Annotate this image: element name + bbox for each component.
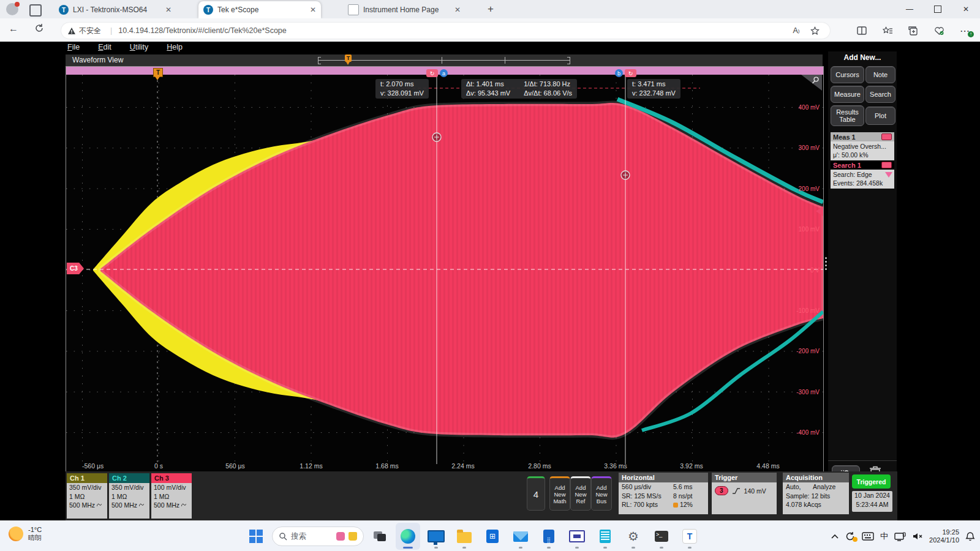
- panel-splitter-handle[interactable]: [824, 257, 827, 271]
- channel1-header: Ch 1: [67, 473, 107, 483]
- add-new-bus-button[interactable]: AddNewBus: [591, 476, 612, 511]
- add-new-math-button[interactable]: AddNewMath: [549, 476, 570, 511]
- taskbar-tekscope-button[interactable]: T: [677, 523, 702, 550]
- channel3-header: Ch 3: [151, 473, 192, 483]
- taskbar-clock[interactable]: 19:25 2024/1/10: [929, 528, 959, 544]
- split-screen-icon[interactable]: [853, 23, 871, 39]
- favorites-list-icon[interactable]: [878, 23, 897, 39]
- cursor-a-link-badge[interactable]: ↻: [426, 69, 438, 77]
- trigger-position-marker[interactable]: T: [153, 68, 163, 77]
- taskbar-file-explorer-button[interactable]: [452, 523, 477, 550]
- search1-badge[interactable]: Search 1 Search: Edge Events: 284.458k: [831, 160, 894, 189]
- channel1-badge[interactable]: Ch 1 350 mV/div 1 MΩ 500 MHz: [67, 473, 107, 519]
- cursor-b-badge[interactable]: b: [615, 69, 623, 77]
- waveform-view-tab[interactable]: Waveform View: [72, 56, 123, 64]
- cursor-b-link-badge[interactable]: ↻: [625, 69, 636, 77]
- add-plot-button[interactable]: Plot: [865, 107, 895, 125]
- trigger-badge[interactable]: Trigger 3 140 mV: [712, 473, 777, 514]
- trigger-header: Trigger: [712, 473, 777, 482]
- calculator-icon: ⣿: [543, 530, 554, 543]
- browser-tab-lxi[interactable]: T LXI - Tektronix-MSO64 ✕: [54, 1, 176, 18]
- add-search-button[interactable]: Search: [865, 86, 895, 103]
- tab-close-icon[interactable]: ✕: [310, 6, 316, 14]
- minimize-button[interactable]: —: [895, 0, 924, 18]
- sync-update-icon[interactable]: [845, 531, 856, 541]
- taskbar-search-box[interactable]: 搜索: [272, 527, 364, 546]
- channel2-badge[interactable]: Ch 2 350 mV/div 1 MΩ 500 MHz: [109, 473, 149, 519]
- terminal-icon: >_: [655, 531, 668, 542]
- record-view-ruler[interactable]: T: [318, 54, 570, 66]
- channel3-bandwidth: 500 MHz: [154, 501, 179, 509]
- new-tab-button[interactable]: +: [488, 4, 494, 14]
- taskbar-mail-button[interactable]: [508, 523, 533, 550]
- taskbar-presentation-button[interactable]: [565, 523, 589, 550]
- add-new-ref-button[interactable]: AddNewRef: [570, 476, 591, 511]
- back-button[interactable]: ←: [9, 23, 18, 34]
- touch-keyboard-icon[interactable]: [862, 532, 874, 541]
- browser-tab-home[interactable]: Instrument Home Page ✕: [343, 1, 466, 18]
- close-button[interactable]: ✕: [952, 0, 980, 18]
- tray-overflow-chevron-icon[interactable]: [831, 534, 839, 539]
- volume-muted-icon[interactable]: [912, 532, 923, 541]
- taskbar-settings-button[interactable]: ⚙: [621, 523, 646, 550]
- taskbar-store-button[interactable]: ⊞: [480, 523, 505, 550]
- menu-utility[interactable]: Utility: [130, 43, 149, 51]
- taskbar-display-app-button[interactable]: [424, 523, 448, 550]
- waveform-display[interactable]: 400 mV300 mV200 mV100 mV0 V-100 mV-200 m…: [66, 66, 824, 473]
- search1-title: Search 1: [833, 162, 861, 169]
- svg-text:-400 mV: -400 mV: [796, 429, 820, 436]
- taskbar-weather-widget[interactable]: -1°C 晴朗: [9, 526, 42, 542]
- date-label: 10 Jan 2024: [852, 491, 892, 500]
- windows-logo-icon: [249, 530, 263, 543]
- screen: T LXI - Tektronix-MSO64 ✕ T Tek e*Scope …: [0, 0, 980, 551]
- settings-menu-icon[interactable]: ⋯↑: [956, 23, 974, 39]
- svg-text:1.68 ms: 1.68 ms: [375, 462, 398, 470]
- meas1-badge[interactable]: Meas 1 Negative Oversh... μ': 50.00 k%: [831, 132, 894, 160]
- cast-display-icon[interactable]: [894, 532, 906, 541]
- tab-close-icon[interactable]: ✕: [454, 6, 461, 14]
- taskbar-edge-button[interactable]: [396, 523, 420, 550]
- notification-bell-icon[interactable]: [965, 531, 975, 542]
- waveform-plot[interactable]: 400 mV300 mV200 mV100 mV0 V-100 mV-200 m…: [66, 67, 823, 472]
- svg-text:1.12 ms: 1.12 ms: [300, 462, 322, 470]
- taskbar-calculator-button[interactable]: ⣿: [537, 523, 561, 550]
- add-note-button[interactable]: Note: [865, 66, 895, 83]
- read-aloud-icon[interactable]: A): [787, 23, 805, 39]
- cursor-b-time: t: 3.471 ms: [632, 80, 676, 89]
- tab-actions-icon[interactable]: [29, 4, 42, 17]
- menu-edit[interactable]: Edit: [98, 43, 111, 51]
- svg-text:-200 mV: -200 mV: [796, 348, 820, 354]
- ime-indicator[interactable]: 中: [880, 531, 888, 542]
- add-measure-button[interactable]: Measure: [831, 86, 864, 103]
- bandwidth-icon: [139, 503, 144, 508]
- task-view-icon: [374, 531, 386, 541]
- profile-avatar[interactable]: [6, 3, 18, 15]
- start-button[interactable]: [244, 523, 268, 550]
- horizontal-scale: 560 μs/div: [622, 482, 673, 492]
- taskbar-terminal-button[interactable]: >_: [649, 523, 674, 550]
- taskbar-notes-button[interactable]: [593, 523, 617, 550]
- tab-close-icon[interactable]: ✕: [165, 6, 172, 14]
- horizontal-badge[interactable]: Horizontal 560 μs/div5.6 ms SR: 125 MS/s…: [619, 473, 708, 514]
- search1-expand-icon[interactable]: [885, 172, 892, 181]
- favorite-star-icon[interactable]: [805, 23, 824, 39]
- cursor-a-badge[interactable]: a: [440, 69, 448, 77]
- maximize-button[interactable]: [924, 0, 952, 18]
- channel4-button[interactable]: 4: [527, 476, 545, 511]
- acquisition-badge[interactable]: Acquisition Auto,Analyze Sample: 12 bits…: [783, 473, 849, 514]
- url-field[interactable]: 不安全 | 10.4.194.128/Tektronix/#/client/c/…: [61, 23, 830, 39]
- channel3-impedance: 1 MΩ: [151, 492, 192, 501]
- browser-tab-escope[interactable]: T Tek e*Scope ✕: [198, 1, 321, 18]
- channel3-badge[interactable]: Ch 3 100 mV/div 1 MΩ 500 MHz: [151, 473, 192, 519]
- refresh-button[interactable]: [34, 23, 44, 33]
- menu-help[interactable]: Help: [167, 43, 183, 51]
- add-results-table-button[interactable]: Results Table: [831, 105, 864, 126]
- moon-weather-icon: [9, 527, 23, 541]
- task-view-button[interactable]: [368, 523, 392, 550]
- browser-essentials-icon[interactable]: [930, 23, 948, 39]
- menu-file[interactable]: File: [67, 43, 80, 51]
- record-trigger-marker[interactable]: T: [345, 54, 352, 62]
- channel1-scale: 350 mV/div: [67, 483, 107, 492]
- add-cursors-button[interactable]: Cursors: [831, 66, 864, 83]
- collections-icon[interactable]: [904, 23, 922, 39]
